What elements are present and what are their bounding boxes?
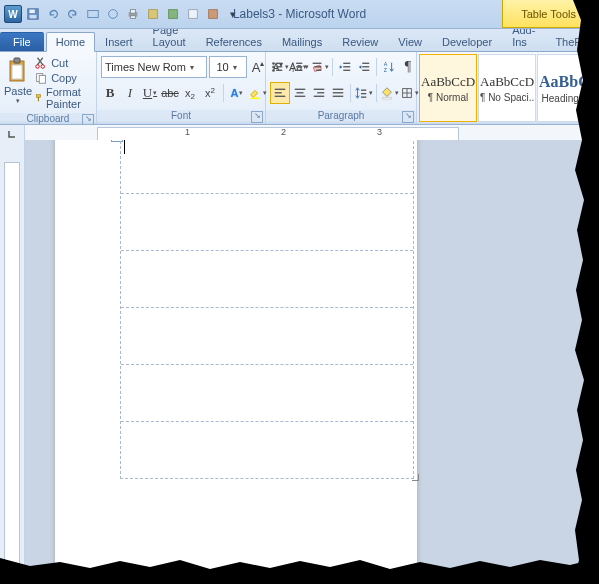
table-row[interactable] — [121, 422, 413, 478]
svg-rect-48 — [295, 89, 306, 90]
svg-rect-18 — [36, 95, 40, 98]
label-table[interactable] — [120, 140, 414, 479]
tab-file[interactable]: File — [0, 32, 44, 51]
style-heading-1[interactable]: AaBbC Heading 1 — [537, 54, 592, 122]
align-right-button[interactable] — [310, 83, 328, 103]
document-area[interactable] — [25, 140, 599, 584]
svg-rect-33 — [296, 70, 302, 71]
svg-rect-38 — [343, 66, 350, 67]
svg-rect-35 — [314, 66, 321, 67]
table-row[interactable] — [121, 140, 413, 194]
svg-rect-1 — [30, 10, 35, 14]
font-launcher-icon[interactable]: ↘ — [251, 111, 263, 123]
show-marks-button[interactable]: ¶ — [399, 57, 417, 77]
svg-rect-54 — [333, 89, 344, 90]
qat-btn-7[interactable] — [204, 5, 222, 23]
svg-rect-57 — [361, 90, 366, 91]
qat-btn-1[interactable] — [84, 5, 102, 23]
qat-btn-6[interactable] — [184, 5, 202, 23]
table-row[interactable] — [121, 365, 413, 422]
table-row[interactable] — [121, 194, 413, 251]
multilevel-button[interactable] — [310, 57, 329, 77]
italic-button[interactable]: I — [121, 83, 139, 103]
subscript-button[interactable]: x2 — [181, 83, 199, 103]
numbering-button[interactable]: 123 — [290, 57, 309, 77]
svg-rect-7 — [130, 16, 135, 19]
style-normal[interactable]: AaBbCcDd ¶ Normal — [419, 54, 477, 122]
paste-button[interactable]: Paste ▾ — [4, 55, 32, 105]
line-spacing-button[interactable] — [354, 83, 373, 103]
group-label-paragraph: Paragraph↘ — [266, 110, 416, 124]
qat-btn-2[interactable] — [104, 5, 122, 23]
svg-rect-50 — [295, 96, 306, 97]
tab-home[interactable]: Home — [46, 32, 95, 52]
numbering-icon: 123 — [290, 60, 304, 74]
sort-button[interactable]: AZ — [380, 57, 398, 77]
borders-icon — [400, 86, 414, 100]
svg-rect-25 — [276, 66, 282, 67]
undo-icon[interactable] — [44, 5, 62, 23]
tab-insert[interactable]: Insert — [95, 32, 143, 51]
table-row[interactable] — [121, 251, 413, 308]
font-size-combo[interactable]: 10▾ — [209, 56, 247, 78]
document-title: Labels3 - Microsoft Word — [233, 7, 366, 21]
highlight-button[interactable] — [248, 83, 267, 103]
group-label-font: Font↘ — [97, 110, 265, 124]
increase-indent-button[interactable] — [355, 57, 373, 77]
svg-rect-8 — [149, 10, 158, 19]
style-heading[interactable]: AaBb Heading — [593, 54, 599, 122]
svg-rect-46 — [275, 92, 282, 93]
svg-rect-34 — [313, 63, 322, 64]
tab-view[interactable]: View — [388, 32, 432, 51]
svg-rect-29 — [296, 63, 302, 64]
svg-rect-10 — [209, 10, 218, 19]
svg-rect-12 — [14, 58, 20, 63]
bullets-button[interactable] — [270, 57, 289, 77]
style-no-spacing[interactable]: AaBbCcDd ¶ No Spaci... — [478, 54, 536, 122]
decrease-indent-button[interactable] — [336, 57, 354, 77]
bold-button[interactable]: B — [101, 83, 119, 103]
page[interactable] — [55, 140, 417, 584]
superscript-button[interactable]: x2 — [201, 83, 219, 103]
save-icon[interactable] — [24, 5, 42, 23]
redo-icon[interactable] — [64, 5, 82, 23]
font-name-combo[interactable]: Times New Rom▾ — [101, 56, 207, 78]
grow-font-button[interactable]: A▴ — [249, 57, 267, 77]
align-left-button[interactable] — [270, 82, 290, 104]
group-clipboard: Paste ▾ Cut Copy Format Painter Clipboar… — [0, 52, 97, 124]
paragraph-launcher-icon[interactable]: ↘ — [402, 111, 414, 123]
underline-button[interactable]: U — [141, 83, 159, 103]
svg-rect-21 — [251, 97, 260, 99]
tab-theformtool[interactable]: TheFormTool — [545, 32, 599, 51]
svg-point-24 — [272, 66, 275, 69]
svg-point-15 — [41, 65, 45, 69]
svg-rect-41 — [362, 66, 369, 67]
svg-point-14 — [36, 65, 40, 69]
copy-button[interactable]: Copy — [34, 71, 92, 85]
tab-developer[interactable]: Developer — [432, 32, 502, 51]
table-row[interactable] — [121, 308, 413, 365]
ruler-vertical[interactable] — [0, 140, 25, 584]
tab-references[interactable]: References — [196, 32, 272, 51]
svg-rect-49 — [297, 92, 304, 93]
text-effects-button[interactable]: A — [228, 83, 246, 103]
cut-button[interactable]: Cut — [34, 56, 92, 70]
svg-rect-53 — [314, 96, 325, 97]
table-resize-handle-icon[interactable] — [412, 474, 418, 480]
justify-button[interactable] — [329, 83, 347, 103]
qat-btn-4[interactable] — [144, 5, 162, 23]
qat-btn-5[interactable] — [164, 5, 182, 23]
tab-mailings[interactable]: Mailings — [272, 32, 332, 51]
shading-button[interactable] — [380, 83, 399, 103]
format-painter-button[interactable]: Format Painter — [34, 86, 92, 110]
word-icon[interactable]: W — [4, 5, 22, 23]
align-center-button[interactable] — [291, 83, 309, 103]
strike-button[interactable]: abc — [161, 83, 179, 103]
tab-review[interactable]: Review — [332, 32, 388, 51]
group-styles: AaBbCcDd ¶ Normal AaBbCcDd ¶ No Spaci...… — [417, 52, 599, 124]
svg-rect-55 — [333, 92, 344, 93]
svg-text:3: 3 — [292, 68, 295, 73]
ribbon-tabs: File Home Insert Page Layout References … — [0, 29, 599, 52]
table-tools-tab-header: Table Tools — [502, 0, 595, 28]
print-icon[interactable] — [124, 5, 142, 23]
